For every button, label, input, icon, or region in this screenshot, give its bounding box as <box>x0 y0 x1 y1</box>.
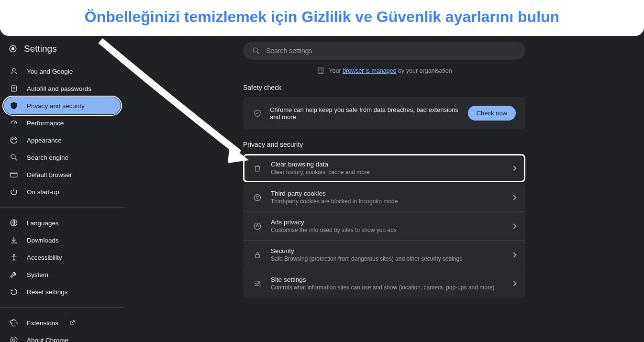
chrome-logo-icon <box>9 44 17 53</box>
sidebar-item-label: Search engine <box>27 154 68 161</box>
building-icon <box>316 66 325 75</box>
sidebar-item-label: Privacy and security <box>27 102 85 110</box>
sidebar-item-extensions[interactable]: Extensions <box>4 314 121 331</box>
download-icon <box>10 236 18 244</box>
main-content: Your browser is managed by your organisa… <box>124 36 644 342</box>
row-text: Clear browsing data Clear history, cooki… <box>271 161 503 176</box>
chevron-right-icon <box>511 195 516 200</box>
cookie-icon <box>253 193 262 202</box>
chevron-right-icon <box>511 252 516 257</box>
sidebar-item-about[interactable]: About Chrome <box>4 331 121 342</box>
speed-icon <box>10 119 18 127</box>
sidebar-item-label: Performance <box>27 120 64 127</box>
sidebar-item-label: Languages <box>27 220 59 227</box>
row-security[interactable]: Security Safe Browsing (protection from … <box>243 241 525 269</box>
svg-point-17 <box>256 196 257 197</box>
safety-check-title: Safety check <box>243 84 525 91</box>
sidebar-item-label: You and Google <box>27 68 73 75</box>
wrench-icon <box>10 270 18 279</box>
sidebar-item-label: Default browser <box>27 171 72 178</box>
sidebar: Settings You and Google Autofill and pas… <box>0 36 124 342</box>
chrome-icon <box>10 336 18 342</box>
sidebar-item-label: Autofill and passwords <box>27 85 91 92</box>
sidebar-item-system[interactable]: System <box>4 266 121 283</box>
svg-point-6 <box>13 138 14 139</box>
nav-group-footer: Extensions About Chrome <box>0 312 124 342</box>
privacy-section-title: Privacy and security <box>243 141 525 148</box>
safety-check-card: Chrome can help keep you safe from data … <box>243 97 525 129</box>
svg-point-8 <box>11 154 15 159</box>
search-input[interactable] <box>266 47 517 55</box>
lock-icon <box>253 250 262 260</box>
row-subtitle: Safe Browsing (protection from dangerous… <box>271 255 503 262</box>
row-site-settings[interactable]: Site settings Controls what information … <box>243 269 525 298</box>
sidebar-item-label: Downloads <box>27 237 59 244</box>
row-text: Ads privacy Customise the info used by s… <box>271 219 503 233</box>
sidebar-item-autofill[interactable]: Autofill and passwords <box>4 80 121 97</box>
sidebar-item-label: About Chrome <box>27 337 68 342</box>
svg-point-22 <box>258 281 260 282</box>
privacy-settings-list: Third-party cookies Third-party cookies … <box>243 183 525 298</box>
chevron-right-icon <box>511 281 516 286</box>
palette-icon <box>10 136 18 144</box>
svg-point-18 <box>258 196 259 197</box>
check-now-button[interactable]: Check now <box>468 106 516 121</box>
sidebar-item-reset[interactable]: Reset settings <box>4 283 121 300</box>
browser-icon <box>10 170 18 179</box>
row-clear-browsing-data[interactable]: Clear browsing data Clear history, cooki… <box>243 154 525 182</box>
nav-group-main: You and Google Autofill and passwords Pr… <box>0 61 124 202</box>
restore-icon <box>10 287 18 296</box>
svg-rect-9 <box>11 172 17 177</box>
managed-notice: Your browser is managed by your organisa… <box>316 66 452 75</box>
svg-point-19 <box>257 198 258 199</box>
sidebar-item-languages[interactable]: Languages <box>4 214 121 232</box>
row-title: Ads privacy <box>271 219 503 226</box>
safety-check-text: Chrome can help keep you safe from data … <box>270 106 460 121</box>
svg-point-5 <box>12 139 13 140</box>
trash-icon <box>253 164 262 173</box>
sidebar-item-downloads[interactable]: Downloads <box>4 232 121 249</box>
row-subtitle: Customise the info used by sites to show… <box>271 227 503 233</box>
sidebar-item-accessibility[interactable]: Accessibility <box>4 249 121 266</box>
instruction-text: Önbelleğinizi temizlemek için Gizlilik v… <box>14 7 630 27</box>
divider <box>0 207 124 208</box>
row-text: Third-party cookies Third-party cookies … <box>271 190 503 205</box>
svg-rect-15 <box>318 68 323 74</box>
shield-check-icon <box>253 109 262 118</box>
svg-point-7 <box>15 139 16 140</box>
person-icon <box>10 67 18 76</box>
sidebar-item-startup[interactable]: On start-up <box>4 183 121 200</box>
sidebar-item-search-engine[interactable]: Search engine <box>4 149 121 166</box>
privacy-security-section: Privacy and security Clear browsing data… <box>243 141 525 298</box>
svg-point-23 <box>256 283 257 284</box>
sidebar-item-privacy[interactable]: Privacy and security <box>4 97 121 114</box>
settings-title: Settings <box>24 44 57 54</box>
nav-group-secondary: Languages Downloads Accessibility System… <box>0 212 124 302</box>
row-title: Clear browsing data <box>271 161 503 168</box>
sidebar-item-you-google[interactable]: You and Google <box>4 63 121 80</box>
sidebar-item-default-browser[interactable]: Default browser <box>4 166 121 183</box>
tune-icon <box>253 279 262 288</box>
row-title: Third-party cookies <box>271 190 503 197</box>
sidebar-item-appearance[interactable]: Appearance <box>4 132 121 149</box>
svg-rect-21 <box>255 254 260 258</box>
sidebar-item-performance[interactable]: Performance <box>4 114 121 132</box>
search-icon <box>10 153 18 162</box>
row-subtitle: Clear history, cookies, cache and more <box>271 169 503 176</box>
accessibility-icon <box>10 253 18 262</box>
row-text: Site settings Controls what information … <box>271 276 503 291</box>
sidebar-item-label: On start-up <box>27 188 59 196</box>
svg-point-1 <box>11 48 14 50</box>
extension-icon <box>10 319 18 327</box>
shield-icon <box>10 101 18 110</box>
sidebar-item-label: Reset settings <box>27 288 68 296</box>
safety-check-section: Safety check Chrome can help keep you sa… <box>243 84 525 129</box>
row-ads-privacy[interactable]: Ads privacy Customise the info used by s… <box>243 212 525 241</box>
managed-text: Your browser is managed by your organisa… <box>329 67 452 74</box>
app-shell: Settings You and Google Autofill and pas… <box>0 36 644 342</box>
chevron-right-icon <box>511 223 516 229</box>
row-third-party-cookies[interactable]: Third-party cookies Third-party cookies … <box>243 183 525 212</box>
search-bar[interactable] <box>243 42 525 60</box>
managed-link[interactable]: browser is managed <box>343 67 397 74</box>
row-title: Security <box>271 247 503 254</box>
